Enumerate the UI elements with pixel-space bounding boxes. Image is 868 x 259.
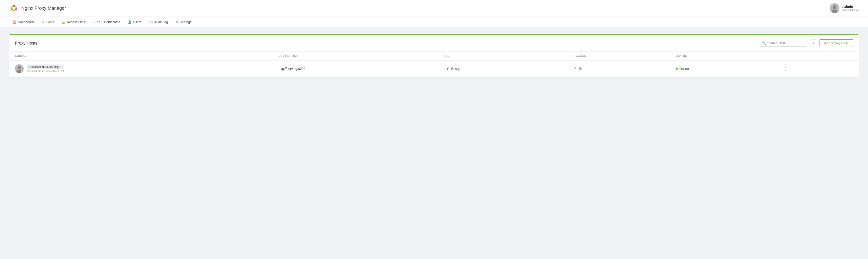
svg-point-3 — [15, 8, 17, 10]
source-cell-content: bmd1905.duckdns.org Created: 31st Decemb… — [15, 64, 267, 73]
table-row: bmd1905.duckdns.org Created: 31st Decemb… — [9, 61, 859, 77]
help-button[interactable]: ? — [810, 39, 817, 47]
source-domain: bmd1905.duckdns.org — [27, 65, 64, 69]
nav-label-ssl: SSL Certificates — [97, 20, 120, 24]
proxy-hosts-card: Proxy Hosts 🔍 ? Add Proxy Host SOURCE DE… — [9, 34, 859, 77]
status-cell-content: Online — [676, 67, 770, 70]
nav-label-dashboard: Dashboard — [18, 20, 34, 24]
table-body: bmd1905.duckdns.org Created: 31st Decemb… — [9, 61, 859, 77]
nav-label-access-lists: Access Lists — [67, 20, 85, 24]
card-title: Proxy Hosts — [15, 41, 37, 46]
nav: 🏠 Dashboard 🖥 Hosts 🔒 Access Lists 🛡 SSL… — [0, 16, 868, 27]
user-info: Admin Administrator — [842, 5, 859, 12]
nav-item-dashboard[interactable]: 🏠 Dashboard — [9, 19, 37, 25]
help-icon: ? — [812, 41, 814, 45]
card-header-actions: 🔍 ? Add Proxy Host — [759, 39, 853, 47]
nav-label-settings: Settings — [180, 20, 192, 24]
col-actions — [776, 52, 859, 61]
audit-log-icon: 📖 — [149, 20, 153, 24]
status-label: Online — [679, 67, 689, 70]
svg-point-4 — [11, 8, 13, 10]
destination-cell: http://serving:8000 — [273, 61, 438, 77]
settings-icon: ⚙ — [176, 20, 179, 24]
add-proxy-host-button[interactable]: Add Proxy Host — [819, 39, 853, 47]
nav-label-users: Users — [133, 20, 142, 24]
more-options-button[interactable]: ⋮ — [781, 65, 789, 72]
col-access: ACCESS — [568, 52, 670, 61]
search-icon: 🔍 — [762, 41, 766, 45]
card-header: Proxy Hosts 🔍 ? Add Proxy Host — [9, 35, 859, 52]
col-ssl: SSL — [438, 52, 568, 61]
svg-point-6 — [833, 5, 836, 9]
nav-item-settings[interactable]: ⚙ Settings — [172, 19, 195, 25]
nav-label-audit-log: Audit Log — [154, 20, 168, 24]
online-indicator — [21, 70, 24, 73]
search-input[interactable] — [767, 41, 804, 45]
app-logo — [9, 3, 19, 13]
table-header-row: SOURCE DESTINATION SSL ACCESS STATUS — [9, 52, 859, 61]
header: Nginx Proxy Manager Admin Administrator — [0, 0, 868, 16]
col-source: SOURCE — [9, 52, 273, 61]
svg-point-9 — [18, 66, 21, 69]
source-info: bmd1905.duckdns.org Created: 31st Decemb… — [27, 65, 64, 73]
col-destination: DESTINATION — [273, 52, 438, 61]
header-right: Admin Administrator — [830, 3, 859, 13]
table-head: SOURCE DESTINATION SSL ACCESS STATUS — [9, 52, 859, 61]
main-content: Proxy Hosts 🔍 ? Add Proxy Host SOURCE DE… — [0, 27, 868, 84]
source-cell: bmd1905.duckdns.org Created: 31st Decemb… — [9, 61, 273, 77]
source-date: Created: 31st December 2024 — [27, 70, 64, 73]
avatar — [830, 3, 839, 13]
status-dot — [676, 68, 678, 70]
user-role: Administrator — [842, 8, 859, 12]
hosts-icon: 🖥 — [41, 20, 44, 24]
ssl-icon: 🛡 — [92, 20, 96, 24]
nav-item-ssl-certificates[interactable]: 🛡 SSL Certificates — [89, 19, 123, 25]
proxy-hosts-table: SOURCE DESTINATION SSL ACCESS STATUS — [9, 52, 859, 77]
nav-item-users[interactable]: 👤 Users — [124, 19, 145, 25]
app-title: Nginx Proxy Manager — [21, 6, 66, 11]
ssl-cell: Let's Encrypt — [438, 61, 568, 77]
search-box[interactable]: 🔍 — [759, 40, 807, 47]
header-left: Nginx Proxy Manager — [9, 3, 66, 13]
col-status: STATUS — [670, 52, 776, 61]
dashboard-icon: 🏠 — [12, 20, 17, 24]
access-cell: Public — [568, 61, 670, 77]
user-name: Admin — [842, 5, 853, 8]
nav-item-audit-log[interactable]: 📖 Audit Log — [146, 19, 171, 25]
svg-point-2 — [13, 5, 15, 7]
users-icon: 👤 — [128, 20, 132, 24]
access-lists-icon: 🔒 — [62, 20, 65, 24]
actions-cell: ⋮ — [776, 61, 859, 77]
nav-item-hosts[interactable]: 🖥 Hosts — [38, 19, 58, 25]
nav-label-hosts: Hosts — [46, 20, 54, 24]
source-avatar — [15, 64, 24, 73]
nav-item-access-lists[interactable]: 🔒 Access Lists — [58, 19, 88, 25]
status-cell: Online — [670, 61, 776, 77]
